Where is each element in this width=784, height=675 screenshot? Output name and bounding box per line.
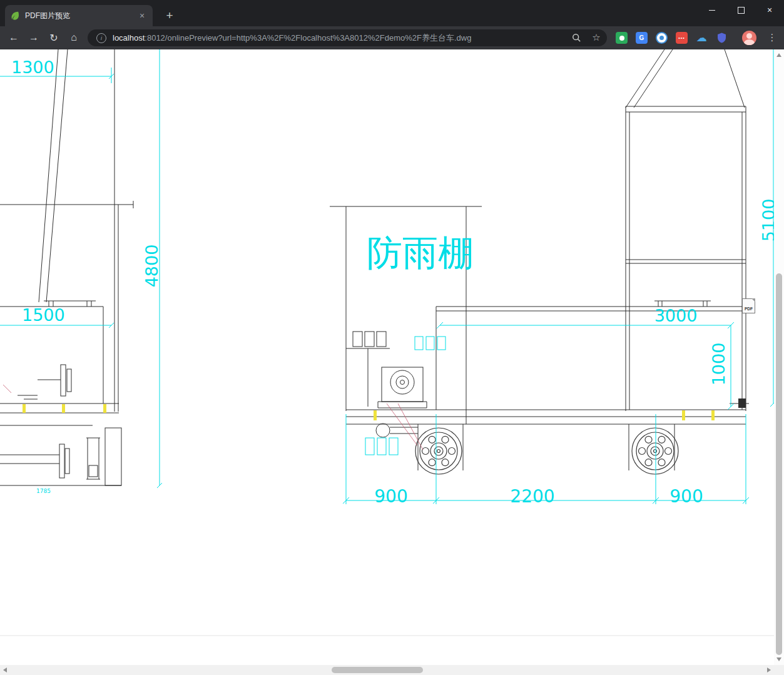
browser-toolbar: ← → ↻ ⌂ i localhost:8012/onlinePreview?u… <box>0 26 784 49</box>
extension-green-glyph <box>619 36 624 41</box>
dim-1500-label: 1500 <box>22 305 65 325</box>
scroll-left-icon[interactable] <box>3 667 7 672</box>
vertical-scrollbar-thumb[interactable] <box>776 273 782 655</box>
bookmark-star-icon[interactable]: ☆ <box>588 26 604 49</box>
extension-icon-translate[interactable]: G <box>636 32 648 44</box>
close-window-button[interactable]: × <box>755 0 784 20</box>
dimension-labels: 1300 4800 1500 1785 防雨棚 900 2200 900 300… <box>11 58 774 507</box>
vertical-scrollbar[interactable] <box>774 49 784 665</box>
url-host: localhost <box>113 33 145 43</box>
home-icon[interactable]: ⌂ <box>65 26 83 49</box>
tab-title: PDF图片预览 <box>25 11 136 21</box>
dim-5100-label: 5100 <box>759 199 774 242</box>
motor-unit <box>378 367 427 408</box>
tow-pin <box>376 424 390 437</box>
page-content: 1300 4800 1500 1785 防雨棚 900 2200 900 300… <box>0 49 774 665</box>
minimize-button[interactable] <box>698 0 726 20</box>
dim-1785-label: 1785 <box>36 488 51 494</box>
reload-icon[interactable]: ↻ <box>45 26 63 49</box>
dim-900-right-label: 900 <box>669 486 703 507</box>
shelter-label: 防雨棚 <box>367 232 474 273</box>
extension-icon-green[interactable] <box>616 32 628 44</box>
maximize-icon <box>738 7 745 14</box>
pdf-icon-fold <box>751 298 755 302</box>
pdf-file-icon[interactable]: PDF <box>742 298 755 313</box>
left-view <box>0 49 133 485</box>
extension-icon-shield[interactable] <box>716 32 728 44</box>
url-path: :8012/onlinePreview?url=http%3A%2F%2Floc… <box>145 33 471 43</box>
window-titlebar: PDF图片预览 × + × <box>0 0 784 26</box>
scrollbar-corner <box>774 665 784 675</box>
forward-icon[interactable]: → <box>25 26 43 49</box>
window-controls: × <box>698 0 784 20</box>
browser-tab[interactable]: PDF图片预览 × <box>5 5 153 26</box>
extension-icon-circle[interactable] <box>656 32 668 44</box>
extension-circle-glyph <box>659 36 664 40</box>
dim-1000-label: 1000 <box>709 343 728 386</box>
cad-drawing: 1300 4800 1500 1785 防雨棚 900 2200 900 300… <box>0 49 774 665</box>
wheel-right <box>632 428 678 474</box>
leader-lines <box>3 385 423 450</box>
horizontal-scrollbar-thumb[interactable] <box>332 667 423 673</box>
scroll-down-icon[interactable] <box>776 657 781 661</box>
profile-avatar[interactable] <box>742 31 756 45</box>
highlight-ticks <box>23 404 715 420</box>
spring-leaf-favicon <box>10 11 20 21</box>
wheel-left <box>415 428 462 474</box>
back-icon[interactable]: ← <box>5 26 23 49</box>
extension-icon-cloud[interactable]: ☁ <box>696 32 708 44</box>
dim-1300-label: 1300 <box>11 58 54 77</box>
avatar-body <box>744 39 755 45</box>
page-info-icon[interactable]: i <box>96 33 106 43</box>
browser-menu-icon[interactable]: ⋮ <box>763 26 781 49</box>
platform-and-end-view <box>436 49 749 411</box>
dim-4800-label: 4800 <box>142 245 161 288</box>
new-tab-button[interactable]: + <box>161 8 178 24</box>
tab-close-icon[interactable]: × <box>136 10 148 21</box>
dim-3000-label: 3000 <box>654 306 698 325</box>
avatar-head <box>746 33 752 39</box>
dim-2200-label: 2200 <box>510 486 554 507</box>
dim-900-left-label: 900 <box>374 486 407 507</box>
pdf-icon-label: PDF <box>745 307 753 311</box>
scroll-up-icon[interactable] <box>776 53 781 57</box>
url-text: localhost:8012/onlinePreview?url=http%3A… <box>113 33 471 44</box>
minimize-icon <box>709 10 715 11</box>
extension-icon-red[interactable]: ••• <box>676 32 688 44</box>
zoom-icon[interactable] <box>568 26 584 49</box>
address-bar[interactable]: i localhost:8012/onlinePreview?url=http%… <box>88 29 607 46</box>
horizontal-scrollbar[interactable] <box>0 665 774 675</box>
scroll-right-icon[interactable] <box>767 667 771 672</box>
maximize-button[interactable] <box>726 0 755 20</box>
extension-red-glyph: ••• <box>678 36 685 40</box>
